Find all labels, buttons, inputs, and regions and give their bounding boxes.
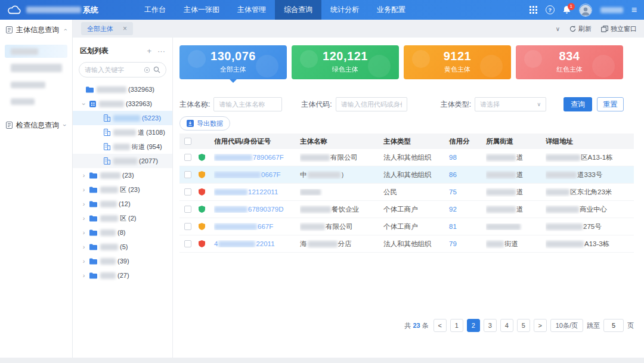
cell-credit-score[interactable]: 79 [449, 240, 486, 247]
cell-credit-code[interactable]: 7890667F [214, 154, 300, 161]
sidebar-group[interactable]: 检查信息查询› [0, 115, 72, 135]
row-checkbox[interactable] [184, 206, 191, 213]
table-row[interactable]: 12122011公民75道区东北角23米 [179, 184, 634, 201]
chevron-icon[interactable]: › [81, 215, 86, 222]
tree-node[interactable]: ›(12) [73, 197, 172, 211]
stat-card[interactable]: 9121黄色主体 [404, 45, 511, 79]
tree-node[interactable]: (332963) [73, 82, 172, 97]
stat-card[interactable]: 834红色主体 [516, 45, 623, 79]
topbar-menu-item[interactable]: 主体管理 [228, 0, 275, 20]
filter-icon[interactable] [144, 67, 150, 73]
row-checkbox[interactable] [184, 240, 191, 247]
close-icon[interactable]: × [123, 24, 127, 33]
cell-credit-score[interactable]: 75 [449, 188, 486, 196]
cell-credit-score[interactable]: 92 [449, 206, 486, 213]
cell-credit-code[interactable]: 422011 [214, 240, 300, 247]
topbar-menu-item[interactable]: 工作台 [135, 0, 175, 20]
chevron-icon[interactable]: › [81, 187, 86, 193]
chevron-icon[interactable]: › [81, 172, 86, 179]
tree-node[interactable]: 道 (3108) [73, 125, 172, 139]
sidebar-item[interactable] [5, 45, 67, 58]
tree-node[interactable]: ›(332963) [73, 97, 172, 111]
cell-credit-code[interactable]: 67890379D [214, 206, 300, 213]
avatar[interactable] [579, 4, 592, 17]
notifications-bell-icon[interactable]: 1 [563, 6, 571, 14]
cell-credit-code[interactable]: 12122011 [214, 188, 300, 196]
stat-cards-row: 130,076全部主体120,121绿色主体9121黄色主体834红色主体 [179, 45, 623, 79]
new-window-button[interactable]: 独立窗口 [601, 24, 637, 33]
sidebar-item[interactable] [5, 78, 67, 91]
tree-node[interactable]: ›(39) [73, 254, 172, 268]
cell-credit-score[interactable]: 98 [449, 154, 486, 161]
table-row[interactable]: 0667F中）法人和其他组织86道道333号 [179, 166, 634, 184]
page-button[interactable]: 4 [500, 319, 513, 332]
export-button[interactable]: 导出数据 [179, 116, 230, 131]
tree-node[interactable]: ›(8) [73, 225, 172, 240]
subject-name-input[interactable] [213, 97, 282, 111]
reset-button[interactable]: 重置 [597, 97, 624, 111]
search-icon[interactable] [153, 66, 160, 73]
row-checkbox[interactable] [184, 223, 191, 230]
prev-page-button[interactable]: < [434, 319, 447, 332]
menu-icon[interactable]: ≡ [631, 5, 637, 15]
row-checkbox[interactable] [184, 154, 191, 161]
cell-credit-code[interactable]: 667F [214, 223, 300, 230]
tab-all-subjects[interactable]: 全部主体 × [81, 22, 133, 35]
cell-credit-score[interactable]: 81 [449, 223, 486, 230]
topbar-menu-item[interactable]: 业务配置 [368, 0, 414, 20]
page-size-select[interactable]: 10条/页 [550, 319, 583, 332]
tree-node[interactable]: (2077) [73, 154, 172, 168]
page-button[interactable]: 3 [484, 319, 497, 332]
table-row[interactable]: 422011海分店法人和其他组织79街道A13-3栋 [179, 235, 634, 253]
topbar-menu-item[interactable]: 综合查询 [275, 0, 321, 20]
row-checkbox[interactable] [184, 171, 191, 178]
tree-node[interactable]: ›区 (23) [73, 182, 172, 197]
sidebar-group[interactable]: 主体信息查询› [0, 20, 72, 40]
tree-node[interactable]: (5223) [73, 111, 172, 125]
stat-card[interactable]: 130,076全部主体 [179, 45, 287, 79]
page-button[interactable]: 5 [517, 319, 530, 332]
page-button[interactable]: 2 [467, 319, 480, 332]
apps-grid-icon[interactable] [530, 6, 537, 14]
tree-node[interactable]: 街道 (954) [73, 139, 172, 154]
select-all-checkbox[interactable] [184, 138, 191, 145]
chevron-icon[interactable]: › [81, 258, 86, 265]
jump-page-input[interactable] [603, 319, 624, 332]
sidebar-item[interactable] [5, 61, 67, 75]
next-page-button[interactable]: > [534, 319, 547, 332]
redacted-text-visible: 区东北角23米 [570, 188, 612, 197]
table-row[interactable]: 7890667F有限公司法人和其他组织98道区A13-1栋 [179, 149, 634, 166]
stat-card[interactable]: 120,121绿色主体 [292, 45, 399, 79]
redacted-text [113, 129, 136, 136]
tree-node[interactable]: ›区 (2) [73, 211, 172, 225]
subject-code-input[interactable] [336, 97, 407, 111]
stat-value: 834 [516, 49, 623, 63]
chevron-down-icon[interactable]: ∨ [556, 26, 560, 32]
tree-search-input[interactable] [85, 66, 141, 73]
topbar-menu-item[interactable]: 主体一张图 [175, 0, 228, 20]
chevron-icon[interactable]: › [81, 201, 86, 207]
table-row[interactable]: 667F有限公司个体工商户81275号 [179, 218, 634, 235]
subject-type-select[interactable]: 请选择 ∨ [475, 97, 546, 111]
row-checkbox[interactable] [184, 188, 191, 196]
help-icon[interactable]: ? [546, 5, 555, 14]
cell-credit-score[interactable]: 86 [449, 171, 486, 178]
sidebar-item[interactable] [5, 95, 67, 108]
chevron-icon[interactable]: › [81, 272, 86, 279]
table-row[interactable]: 67890379D餐饮企业个体工商户92道商业中心 [179, 201, 634, 218]
page-button[interactable]: 1 [450, 319, 463, 332]
header-subject-name: 主体名称 [300, 137, 383, 146]
search-button[interactable]: 查询 [564, 97, 592, 111]
tree-node[interactable]: ›(27) [73, 268, 172, 283]
tree-node[interactable]: ›(23) [73, 168, 172, 182]
chevron-icon[interactable]: › [80, 101, 87, 107]
tree-node[interactable]: ›(5) [73, 240, 172, 254]
refresh-button[interactable]: 刷新 [569, 24, 592, 33]
chevron-icon[interactable]: › [81, 229, 86, 236]
redacted-text [546, 224, 583, 230]
cell-credit-code[interactable]: 0667F [214, 171, 300, 178]
add-icon[interactable]: + [147, 47, 151, 55]
topbar-menu-item[interactable]: 统计分析 [321, 0, 368, 20]
chevron-icon[interactable]: › [81, 244, 86, 250]
more-icon[interactable]: ··· [157, 47, 165, 55]
